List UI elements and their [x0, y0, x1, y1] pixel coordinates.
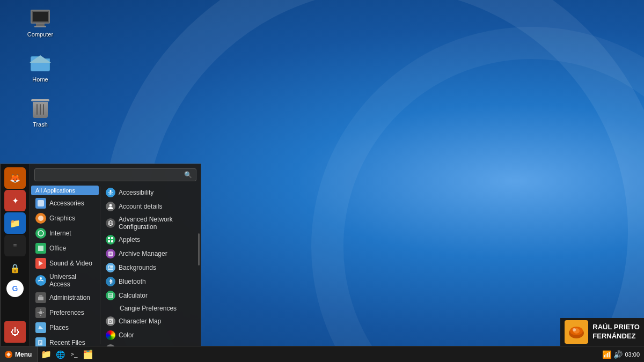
cat-all-apps[interactable]: All Applications [31, 186, 99, 195]
trash-icon-label: Trash [33, 121, 48, 128]
svg-point-8 [39, 311, 42, 314]
bluetooth-icon [106, 277, 115, 286]
app-account-details[interactable]: Account details [101, 200, 200, 213]
menu-apps-column: Accessibility Account details Advanced N… [100, 184, 201, 346]
scroll-indicator [198, 233, 200, 265]
app-adv-network[interactable]: Advanced Network Configuration [101, 213, 200, 233]
menu-categories-column: All Applications Accessories Graphics [30, 184, 100, 346]
cat-graphics[interactable]: Graphics [31, 211, 99, 226]
desktop: Computer Home [0, 0, 644, 362]
app-color-profile-maker[interactable]: Color Profile Maker [101, 342, 200, 346]
svg-point-37 [573, 328, 576, 331]
svg-rect-17 [108, 240, 110, 242]
svg-rect-18 [111, 240, 113, 242]
taskbar-files-icon[interactable]: 📁 [40, 348, 53, 361]
svg-rect-27 [110, 295, 111, 297]
menu-search-area: 🔍 [30, 164, 201, 184]
branding-icon [565, 320, 588, 344]
adv-network-icon [106, 218, 115, 228]
svg-marker-4 [39, 261, 43, 266]
svg-rect-15 [108, 237, 110, 239]
svg-point-35 [570, 327, 583, 335]
svg-point-11 [109, 204, 112, 207]
cat-places[interactable]: Places [31, 320, 99, 335]
cat-internet[interactable]: Internet [31, 226, 99, 241]
svg-rect-3 [38, 246, 43, 251]
svg-rect-31 [112, 297, 113, 298]
svg-rect-29 [109, 297, 110, 298]
svg-text:Ω: Ω [109, 320, 112, 323]
graphics-icon [35, 213, 46, 224]
svg-point-1 [38, 216, 43, 221]
archive-manager-icon [106, 249, 115, 258]
app-archive-manager[interactable]: Archive Manager [101, 247, 200, 261]
cat-preferences[interactable]: Preferences [31, 305, 99, 320]
app-cangie-prefs[interactable]: Cangie Preferences [101, 302, 200, 314]
search-input[interactable] [34, 168, 196, 181]
recent-files-icon [35, 337, 46, 346]
cat-accessories[interactable]: Accessories [31, 196, 99, 211]
sidebar-icon-files[interactable]: 📁 [4, 212, 26, 234]
cat-sound-video[interactable]: Sound & Video [31, 256, 99, 271]
backgrounds-icon [106, 263, 115, 272]
sidebar-icon-lock[interactable]: 🔒 [4, 257, 26, 279]
account-details-icon [106, 202, 115, 211]
sidebar-icon-firefox[interactable]: 🦊 [4, 167, 26, 189]
start-button[interactable]: Menu [0, 346, 38, 362]
taskbar: Menu 📁 🌐 >_ 🗂️ 📶 🔊 03:00 [0, 346, 644, 362]
svg-rect-6 [38, 297, 43, 300]
svg-point-34 [569, 328, 584, 338]
app-character-map[interactable]: Ω Character Map [101, 314, 200, 328]
sound-video-icon [35, 258, 46, 269]
applets-icon [106, 235, 115, 245]
menu-main: 🔍 All Applications Accessories [30, 164, 201, 346]
svg-point-36 [573, 328, 580, 334]
svg-rect-28 [112, 295, 113, 297]
internet-icon [35, 228, 46, 239]
svg-point-2 [38, 231, 43, 236]
svg-point-10 [110, 190, 112, 191]
office-icon [35, 243, 46, 254]
cat-recent-files[interactable]: Recent Files [31, 335, 99, 346]
branding-text: RAÚL PRIETO FERNÁNDEZ [592, 323, 640, 341]
svg-rect-25 [109, 294, 112, 295]
computer-icon-label: Computer [27, 31, 53, 38]
svg-rect-7 [39, 295, 42, 297]
search-icon: 🔍 [184, 171, 192, 179]
taskbar-terminal-icon[interactable]: >_ [68, 348, 80, 361]
branding-badge: RAÚL PRIETO FERNÁNDEZ [560, 318, 644, 346]
sidebar-icon-terminal[interactable]: ≡ [4, 235, 26, 256]
app-menu: 🦊 ✦ 📁 ≡ 🔒 G ⏻ 🔍 All Applications [0, 164, 201, 346]
svg-rect-30 [110, 297, 111, 298]
network-status-icon: 📶 [602, 350, 611, 359]
color-icon [106, 330, 115, 340]
start-label: Menu [15, 351, 32, 358]
calculator-icon [106, 291, 115, 300]
desktop-icon-home[interactable]: Home [21, 50, 59, 85]
accessories-icon [35, 198, 46, 209]
cat-office[interactable]: Office [31, 241, 99, 256]
app-color[interactable]: Color [101, 328, 200, 342]
start-menu-icon [4, 350, 13, 359]
places-icon [35, 322, 46, 333]
app-bluetooth[interactable]: Bluetooth [101, 275, 200, 289]
home-icon-label: Home [32, 76, 48, 83]
desktop-icon-computer[interactable]: Computer [21, 5, 59, 40]
cat-administration[interactable]: Administration [31, 290, 99, 305]
app-backgrounds[interactable]: Backgrounds [101, 261, 200, 275]
taskbar-folder-icon[interactable]: 🗂️ [82, 348, 94, 361]
administration-icon [35, 292, 46, 303]
app-accessibility[interactable]: Accessibility [101, 186, 200, 200]
taskbar-items: 📁 🌐 >_ 🗂️ [38, 346, 598, 362]
svg-rect-26 [109, 295, 110, 297]
desktop-icon-trash[interactable]: Trash [21, 95, 59, 130]
sidebar-icon-google[interactable]: G [6, 280, 24, 297]
desktop-icons: Computer Home [21, 5, 59, 130]
app-calculator[interactable]: Calculator [101, 289, 200, 302]
cat-universal-access[interactable]: Universal Access [31, 271, 99, 290]
sidebar-icon-redapp[interactable]: ✦ [4, 190, 26, 211]
taskbar-browser-icon[interactable]: 🌐 [54, 348, 67, 361]
svg-point-5 [40, 277, 42, 279]
sidebar-icon-power[interactable]: ⏻ [4, 321, 26, 343]
app-applets[interactable]: Applets [101, 233, 200, 247]
